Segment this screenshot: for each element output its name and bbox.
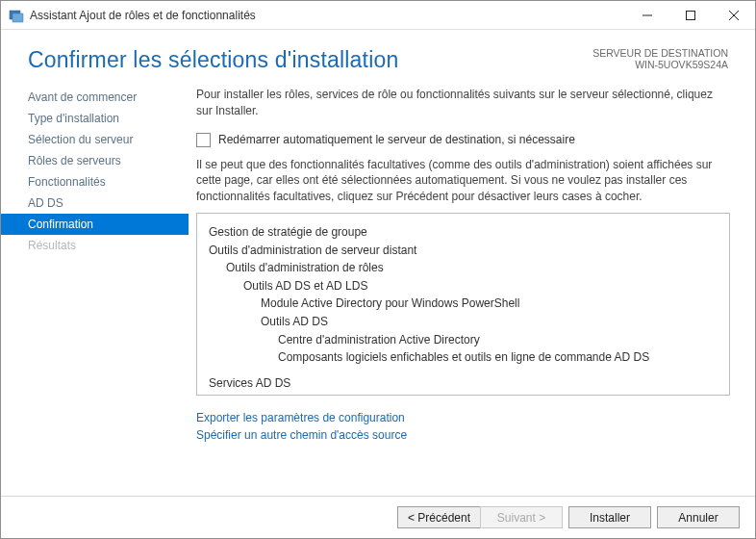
feature-item: Outils AD DS (209, 313, 718, 331)
wizard-window: Assistant Ajout de rôles et de fonctionn… (0, 0, 756, 539)
feature-item: Outils AD DS et AD LDS (209, 277, 718, 295)
feature-item: Outils d'administration de rôles (209, 259, 718, 277)
sidebar-step-confirmation[interactable]: Confirmation (1, 214, 189, 235)
sidebar-step-adds[interactable]: AD DS (1, 192, 189, 214)
install-button[interactable]: Installer (568, 506, 651, 528)
minimize-button[interactable] (625, 1, 668, 29)
feature-item: Centre d'administration Active Directory (209, 331, 718, 349)
destination-label: SERVEUR DE DESTINATION (592, 47, 728, 59)
header: Confirmer les sélections d'installation … (1, 30, 755, 83)
alt-source-path-link[interactable]: Spécifier un autre chemin d'accès source (196, 428, 407, 442)
footer: < Précédent Suivant > Installer Annuler (1, 496, 755, 538)
previous-button[interactable]: < Précédent (397, 506, 480, 528)
action-links: Exporter les paramètres de configuration… (196, 409, 730, 444)
restart-row: Redémarrer automatiquement le serveur de… (196, 133, 730, 147)
features-list[interactable]: Gestion de stratégie de groupe Outils d'… (196, 213, 730, 396)
body: Avant de commencer Type d'installation S… (1, 83, 755, 496)
optional-features-note: Il se peut que des fonctionnalités facul… (196, 157, 730, 205)
maximize-button[interactable] (668, 1, 712, 29)
feature-item: Outils d'administration de serveur dista… (209, 242, 718, 260)
window-title: Assistant Ajout de rôles et de fonctionn… (30, 9, 625, 22)
destination-server: WIN-5UOVK59S24A (592, 59, 728, 70)
destination-info: SERVEUR DE DESTINATION WIN-5UOVK59S24A (592, 47, 728, 70)
restart-checkbox-label: Redémarrer automatiquement le serveur de… (218, 133, 575, 146)
titlebar: Assistant Ajout de rôles et de fonctionn… (1, 1, 755, 30)
sidebar: Avant de commencer Type d'installation S… (1, 83, 189, 496)
feature-item: Gestion de stratégie de groupe (209, 223, 718, 242)
feature-item: Module Active Directory pour Windows Pow… (209, 295, 718, 313)
main-content: Pour installer les rôles, services de rô… (189, 83, 755, 496)
cancel-button[interactable]: Annuler (657, 506, 740, 528)
export-settings-link[interactable]: Exporter les paramètres de configuration (196, 411, 405, 424)
close-button[interactable] (712, 1, 755, 29)
sidebar-step-features[interactable]: Fonctionnalités (1, 171, 189, 192)
sidebar-step-before-begin[interactable]: Avant de commencer (1, 87, 189, 108)
svg-rect-1 (13, 13, 23, 22)
svg-rect-3 (686, 11, 694, 19)
feature-item: Composants logiciels enfichables et outi… (209, 348, 718, 367)
page-title: Confirmer les sélections d'installation (28, 47, 398, 73)
sidebar-step-install-type[interactable]: Type d'installation (1, 108, 189, 129)
window-controls (625, 1, 755, 29)
app-icon (9, 8, 24, 23)
sidebar-step-results: Résultats (1, 235, 189, 256)
sidebar-step-server-roles[interactable]: Rôles de serveurs (1, 150, 189, 171)
feature-item: Services AD DS (209, 374, 718, 393)
sidebar-step-server-selection[interactable]: Sélection du serveur (1, 129, 189, 150)
intro-text: Pour installer les rôles, services de rô… (196, 87, 730, 119)
nav-button-group: < Précédent Suivant > (397, 506, 563, 528)
restart-checkbox[interactable] (196, 133, 211, 147)
next-button: Suivant > (480, 506, 563, 528)
